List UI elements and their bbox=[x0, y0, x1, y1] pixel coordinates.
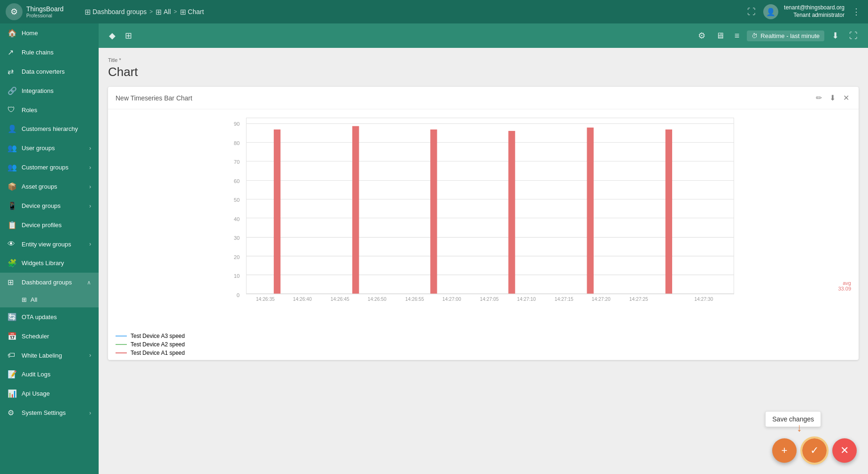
svg-text:30: 30 bbox=[234, 235, 240, 241]
sidebar-item-device-groups[interactable]: 📱 Device groups › bbox=[0, 196, 99, 215]
dashboard-groups-icon: ⊞ bbox=[85, 8, 91, 16]
svg-rect-26 bbox=[666, 130, 672, 294]
expand-icon[interactable]: ⛶ bbox=[846, 28, 860, 44]
avatar: 👤 bbox=[763, 4, 778, 19]
svg-text:90: 90 bbox=[234, 121, 240, 127]
svg-text:14:27:20: 14:27:20 bbox=[592, 297, 611, 301]
svg-rect-21 bbox=[274, 130, 280, 294]
data-converters-icon: ⇄ bbox=[8, 67, 17, 76]
fullscreen-icon[interactable]: ⛶ bbox=[745, 5, 758, 19]
svg-text:14:27:15: 14:27:15 bbox=[555, 297, 574, 301]
roles-icon: 🛡 bbox=[8, 106, 17, 114]
sidebar-item-rule-chains[interactable]: ↗ Rule chains bbox=[0, 43, 99, 62]
sidebar-item-api-usage[interactable]: 📊 Api Usage bbox=[0, 384, 99, 403]
sidebar-item-ota-updates[interactable]: 🔄 OTA updates bbox=[0, 307, 99, 327]
toolbar-right: ⚙ 🖥 ≡ ⏱ Realtime - last minute ⬇ ⛶ bbox=[695, 28, 860, 44]
page-title: Chart bbox=[108, 65, 859, 79]
sidebar-item-widgets-library[interactable]: 🧩 Widgets Library bbox=[0, 253, 99, 273]
edit-widget-btn[interactable]: ✏ bbox=[814, 92, 824, 103]
avg-badge: avg 33.09 bbox=[838, 280, 851, 291]
filter-icon[interactable]: ≡ bbox=[732, 28, 743, 44]
cancel-fab-button[interactable]: ✕ bbox=[832, 438, 857, 463]
breadcrumb-item-dashboard-groups[interactable]: ⊞ Dashboard groups bbox=[85, 8, 147, 16]
rule-chains-icon: ↗ bbox=[8, 48, 17, 57]
chart-container: 0 10 20 30 40 50 60 70 80 90 bbox=[116, 113, 851, 301]
sidebar-item-user-groups[interactable]: 👥 User groups › bbox=[0, 138, 99, 158]
chart-svg: 0 10 20 30 40 50 60 70 80 90 bbox=[116, 113, 851, 301]
legend-item-a3: Test Device A3 speed bbox=[116, 333, 851, 339]
diamond-view-btn[interactable]: ◆ bbox=[106, 28, 118, 44]
sidebar-item-asset-groups[interactable]: 📦 Asset groups › bbox=[0, 177, 99, 196]
display-icon[interactable]: 🖥 bbox=[713, 28, 727, 44]
sidebar-item-integrations[interactable]: 🔗 Integrations bbox=[0, 81, 99, 100]
widget-card: New Timeseries Bar Chart ✏ ⬇ ✕ 0 10 20 bbox=[108, 87, 859, 360]
legend-color-a1 bbox=[116, 352, 127, 353]
logo-text: ThingsBoard Professional bbox=[26, 5, 63, 18]
legend-item-a2: Test Device A2 speed bbox=[116, 341, 851, 348]
white-labeling-icon: 🏷 bbox=[8, 351, 17, 359]
legend-item-a1: Test Device A1 speed bbox=[116, 350, 851, 356]
add-fab-button[interactable]: + bbox=[772, 438, 797, 463]
realtime-badge[interactable]: ⏱ Realtime - last minute bbox=[747, 31, 824, 41]
svg-text:14:26:55: 14:26:55 bbox=[405, 297, 424, 301]
svg-text:60: 60 bbox=[234, 178, 240, 184]
chevron-right-icon-2: › bbox=[89, 164, 91, 171]
sidebar-item-home[interactable]: 🏠 Home bbox=[0, 23, 99, 43]
device-profiles-icon: 📋 bbox=[8, 221, 17, 229]
sidebar-item-customers-hierarchy[interactable]: 👤 Customers hierarchy bbox=[0, 119, 99, 138]
svg-rect-25 bbox=[587, 128, 594, 294]
download-widget-btn[interactable]: ⬇ bbox=[828, 92, 837, 103]
more-options-icon[interactable]: ⋮ bbox=[850, 5, 862, 19]
scheduler-icon: 📅 bbox=[8, 332, 17, 341]
nav-right: ⛶ 👤 tenant@thingsboard.org Tenant admini… bbox=[745, 4, 862, 19]
close-widget-btn[interactable]: ✕ bbox=[841, 92, 851, 103]
confirm-fab-button[interactable]: ✓ bbox=[802, 438, 827, 463]
sidebar-item-entity-view-groups[interactable]: 👁 Entity view groups › bbox=[0, 235, 99, 253]
clock-icon: ⏱ bbox=[752, 32, 758, 39]
user-info: tenant@thingsboard.org Tenant administra… bbox=[784, 4, 845, 19]
settings-icon[interactable]: ⚙ bbox=[695, 28, 708, 44]
sidebar-item-customer-groups[interactable]: 👥 Customer groups › bbox=[0, 158, 99, 177]
download-icon[interactable]: ⬇ bbox=[829, 28, 842, 44]
svg-text:14:26:40: 14:26:40 bbox=[293, 297, 312, 301]
integrations-icon: 🔗 bbox=[8, 86, 17, 95]
save-changes-tooltip: Save changes bbox=[765, 411, 821, 427]
device-groups-icon: 📱 bbox=[8, 201, 17, 210]
page-title-area: Title * Chart bbox=[108, 57, 859, 79]
customers-hierarchy-icon: 👤 bbox=[8, 124, 17, 133]
audit-logs-icon: 📝 bbox=[8, 370, 17, 379]
svg-text:0: 0 bbox=[237, 292, 240, 298]
svg-text:14:27:25: 14:27:25 bbox=[629, 297, 648, 301]
chart-icon: ⊞ bbox=[180, 8, 186, 16]
breadcrumb-item-all[interactable]: ⊞ All bbox=[155, 8, 171, 16]
svg-rect-22 bbox=[352, 126, 359, 294]
all-sub-icon: ⊞ bbox=[22, 296, 27, 303]
svg-text:50: 50 bbox=[234, 197, 240, 203]
home-icon: 🏠 bbox=[8, 29, 17, 38]
sidebar-item-roles[interactable]: 🛡 Roles bbox=[0, 100, 99, 119]
sidebar-item-dashboard-groups[interactable]: ⊞ Dashboard groups ∧ bbox=[0, 273, 99, 292]
sidebar-item-scheduler[interactable]: 📅 Scheduler bbox=[0, 327, 99, 346]
svg-text:20: 20 bbox=[234, 254, 240, 260]
system-settings-icon: ⚙ bbox=[8, 408, 17, 417]
sidebar-item-device-profiles[interactable]: 📋 Device profiles bbox=[0, 215, 99, 235]
sidebar-item-data-converters[interactable]: ⇄ Data converters bbox=[0, 62, 99, 81]
secondary-toolbar: ◆ ⊞ ⚙ 🖥 ≡ ⏱ Realtime - last minute ⬇ ⛶ bbox=[99, 23, 868, 48]
svg-text:70: 70 bbox=[234, 159, 240, 165]
svg-text:14:27:10: 14:27:10 bbox=[517, 297, 536, 301]
fab-area: + ✓ ✕ bbox=[772, 438, 857, 463]
logo-area: ⚙ ThingsBoard Professional bbox=[6, 3, 81, 20]
sidebar-item-system-settings[interactable]: ⚙ System Settings › bbox=[0, 403, 99, 422]
sidebar-item-white-labeling[interactable]: 🏷 White Labeling › bbox=[0, 346, 99, 365]
sidebar-subitem-all[interactable]: ⊞ All bbox=[0, 292, 99, 307]
widget-header: New Timeseries Bar Chart ✏ ⬇ ✕ bbox=[108, 87, 859, 109]
sidebar-item-audit-logs[interactable]: 📝 Audit Logs bbox=[0, 365, 99, 384]
main-layout: 🏠 Home ↗ Rule chains ⇄ Data converters 🔗… bbox=[0, 23, 868, 474]
svg-text:40: 40 bbox=[234, 216, 240, 222]
chart-area: 0 10 20 30 40 50 60 70 80 90 bbox=[108, 109, 859, 329]
user-groups-icon: 👥 bbox=[8, 144, 17, 153]
sidebar: 🏠 Home ↗ Rule chains ⇄ Data converters 🔗… bbox=[0, 23, 99, 474]
grid-view-btn[interactable]: ⊞ bbox=[122, 28, 135, 44]
svg-text:14:26:35: 14:26:35 bbox=[256, 297, 275, 301]
breadcrumb-item-chart[interactable]: ⊞ Chart bbox=[180, 8, 204, 16]
